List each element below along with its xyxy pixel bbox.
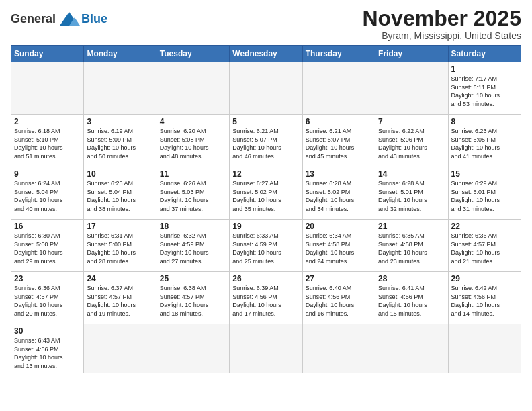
day-number: 7 (378, 117, 445, 126)
day-number: 14 (378, 169, 445, 179)
day-info: Sunrise: 6:37 AM Sunset: 4:57 PM Dayligh… (87, 284, 153, 318)
day-info: Sunrise: 6:34 AM Sunset: 4:58 PM Dayligh… (306, 232, 372, 265)
day-number: 3 (87, 117, 153, 126)
calendar-cell (302, 324, 375, 373)
day-info: Sunrise: 6:28 AM Sunset: 5:02 PM Dayligh… (306, 179, 372, 213)
calendar-cell (230, 62, 302, 115)
logo-icon (57, 9, 81, 28)
calendar-cell: 11Sunrise: 6:26 AM Sunset: 5:03 PM Dayli… (157, 167, 229, 220)
day-number: 15 (451, 169, 518, 179)
day-info: Sunrise: 6:25 AM Sunset: 5:04 PM Dayligh… (87, 179, 153, 213)
day-info: Sunrise: 6:41 AM Sunset: 4:56 PM Dayligh… (378, 284, 445, 318)
day-info: Sunrise: 6:22 AM Sunset: 5:06 PM Dayligh… (378, 127, 445, 161)
calendar-cell (84, 324, 157, 373)
calendar-cell (230, 324, 302, 373)
calendar-cell: 18Sunrise: 6:32 AM Sunset: 4:59 PM Dayli… (157, 220, 229, 272)
logo-blue-text: Blue (81, 13, 107, 25)
calendar-cell: 6Sunrise: 6:21 AM Sunset: 5:07 PM Daylig… (302, 115, 375, 167)
calendar-cell (375, 324, 448, 373)
calendar-cell: 25Sunrise: 6:38 AM Sunset: 4:57 PM Dayli… (157, 272, 229, 324)
day-info: Sunrise: 6:43 AM Sunset: 4:56 PM Dayligh… (14, 336, 81, 370)
day-number: 21 (378, 222, 445, 231)
calendar-cell: 16Sunrise: 6:30 AM Sunset: 5:00 PM Dayli… (11, 220, 84, 272)
calendar-cell: 23Sunrise: 6:36 AM Sunset: 4:57 PM Dayli… (11, 272, 84, 324)
day-number: 28 (378, 274, 445, 283)
calendar-week-row: 9Sunrise: 6:24 AM Sunset: 5:04 PM Daylig… (11, 167, 521, 220)
calendar-cell: 10Sunrise: 6:25 AM Sunset: 5:04 PM Dayli… (84, 167, 157, 220)
calendar-cell: 15Sunrise: 6:29 AM Sunset: 5:01 PM Dayli… (448, 167, 521, 220)
day-info: Sunrise: 6:32 AM Sunset: 4:59 PM Dayligh… (160, 232, 226, 265)
calendar-cell: 12Sunrise: 6:27 AM Sunset: 5:02 PM Dayli… (230, 167, 302, 220)
day-info: Sunrise: 6:23 AM Sunset: 5:05 PM Dayligh… (451, 127, 518, 161)
day-info: Sunrise: 6:19 AM Sunset: 5:09 PM Dayligh… (87, 127, 153, 161)
calendar-cell (375, 62, 448, 115)
day-info: Sunrise: 6:40 AM Sunset: 4:56 PM Dayligh… (306, 284, 372, 318)
header-friday: Friday (375, 46, 448, 62)
logo-text: General (11, 13, 56, 25)
day-info: Sunrise: 7:17 AM Sunset: 6:11 PM Dayligh… (451, 75, 518, 108)
calendar-cell: 2Sunrise: 6:18 AM Sunset: 5:10 PM Daylig… (11, 115, 84, 167)
day-info: Sunrise: 6:24 AM Sunset: 5:04 PM Dayligh… (14, 179, 81, 213)
day-number: 29 (451, 274, 518, 283)
day-number: 27 (306, 274, 372, 283)
day-number: 20 (306, 222, 372, 231)
day-info: Sunrise: 6:35 AM Sunset: 4:58 PM Dayligh… (378, 232, 445, 265)
day-info: Sunrise: 6:31 AM Sunset: 5:00 PM Dayligh… (87, 232, 153, 265)
calendar-week-row: 1Sunrise: 7:17 AM Sunset: 6:11 PM Daylig… (11, 62, 521, 115)
day-info: Sunrise: 6:36 AM Sunset: 4:57 PM Dayligh… (451, 232, 518, 265)
day-number: 22 (451, 222, 518, 231)
calendar-week-row: 16Sunrise: 6:30 AM Sunset: 5:00 PM Dayli… (11, 220, 521, 272)
calendar-cell: 20Sunrise: 6:34 AM Sunset: 4:58 PM Dayli… (302, 220, 375, 272)
day-number: 26 (232, 274, 299, 283)
day-number: 13 (306, 169, 372, 179)
calendar-week-row: 2Sunrise: 6:18 AM Sunset: 5:10 PM Daylig… (11, 115, 521, 167)
logo: General Blue (11, 9, 107, 28)
calendar-cell (157, 62, 229, 115)
day-number: 2 (14, 117, 81, 126)
day-info: Sunrise: 6:20 AM Sunset: 5:08 PM Dayligh… (160, 127, 226, 161)
calendar-cell: 24Sunrise: 6:37 AM Sunset: 4:57 PM Dayli… (84, 272, 157, 324)
day-number: 11 (160, 169, 226, 179)
calendar-cell (11, 62, 84, 115)
location: Byram, Mississippi, United States (362, 30, 521, 41)
header-sunday: Sunday (11, 46, 84, 62)
day-number: 8 (451, 117, 518, 126)
calendar-cell: 21Sunrise: 6:35 AM Sunset: 4:58 PM Dayli… (375, 220, 448, 272)
day-info: Sunrise: 6:18 AM Sunset: 5:10 PM Dayligh… (14, 127, 81, 161)
day-number: 10 (87, 169, 153, 179)
calendar: Sunday Monday Tuesday Wednesday Thursday… (11, 45, 521, 373)
calendar-cell: 27Sunrise: 6:40 AM Sunset: 4:56 PM Dayli… (302, 272, 375, 324)
day-number: 16 (14, 222, 81, 231)
day-info: Sunrise: 6:29 AM Sunset: 5:01 PM Dayligh… (451, 179, 518, 213)
header-monday: Monday (84, 46, 157, 62)
calendar-cell: 3Sunrise: 6:19 AM Sunset: 5:09 PM Daylig… (84, 115, 157, 167)
day-number: 17 (87, 222, 153, 231)
calendar-cell: 30Sunrise: 6:43 AM Sunset: 4:56 PM Dayli… (11, 324, 84, 373)
calendar-cell: 22Sunrise: 6:36 AM Sunset: 4:57 PM Dayli… (448, 220, 521, 272)
day-info: Sunrise: 6:33 AM Sunset: 4:59 PM Dayligh… (232, 232, 299, 265)
logo-general: General (11, 12, 56, 26)
day-number: 24 (87, 274, 153, 283)
title-block: November 2025 Byram, Mississippi, United… (362, 7, 521, 41)
calendar-cell: 17Sunrise: 6:31 AM Sunset: 5:00 PM Dayli… (84, 220, 157, 272)
day-number: 9 (14, 169, 81, 179)
calendar-cell: 19Sunrise: 6:33 AM Sunset: 4:59 PM Dayli… (230, 220, 302, 272)
day-number: 6 (306, 117, 372, 126)
header-tuesday: Tuesday (157, 46, 229, 62)
day-number: 12 (232, 169, 299, 179)
day-number: 30 (14, 326, 81, 336)
calendar-cell: 14Sunrise: 6:28 AM Sunset: 5:01 PM Dayli… (375, 167, 448, 220)
day-info: Sunrise: 6:30 AM Sunset: 5:00 PM Dayligh… (14, 232, 81, 265)
day-info: Sunrise: 6:21 AM Sunset: 5:07 PM Dayligh… (232, 127, 299, 161)
calendar-cell: 9Sunrise: 6:24 AM Sunset: 5:04 PM Daylig… (11, 167, 84, 220)
calendar-cell (84, 62, 157, 115)
day-info: Sunrise: 6:36 AM Sunset: 4:57 PM Dayligh… (14, 284, 81, 318)
month-title: November 2025 (362, 7, 521, 30)
calendar-cell: 13Sunrise: 6:28 AM Sunset: 5:02 PM Dayli… (302, 167, 375, 220)
calendar-cell: 1Sunrise: 7:17 AM Sunset: 6:11 PM Daylig… (448, 62, 521, 115)
calendar-cell: 26Sunrise: 6:39 AM Sunset: 4:56 PM Dayli… (230, 272, 302, 324)
day-number: 19 (232, 222, 299, 231)
calendar-cell: 29Sunrise: 6:42 AM Sunset: 4:56 PM Dayli… (448, 272, 521, 324)
day-number: 18 (160, 222, 226, 231)
day-number: 23 (14, 274, 81, 283)
